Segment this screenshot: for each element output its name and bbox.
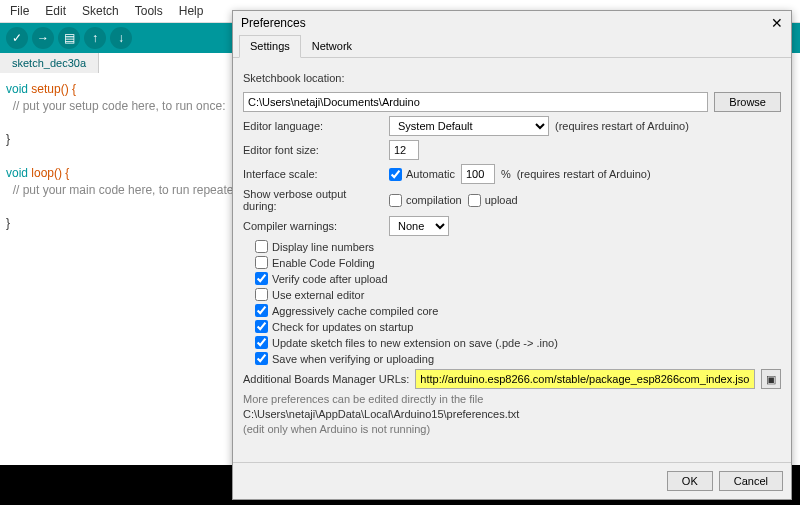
boards-url-input[interactable]	[415, 369, 755, 389]
save-button[interactable]: ↓	[110, 27, 132, 49]
boards-url-expand-icon[interactable]: ▣	[761, 369, 781, 389]
save-verify-checkbox[interactable]	[255, 352, 268, 365]
scale-auto-label: Automatic	[406, 168, 455, 180]
cache-core-label: Aggressively cache compiled core	[272, 305, 438, 317]
scale-pct: %	[501, 168, 511, 180]
cache-core-checkbox[interactable]	[255, 304, 268, 317]
language-select[interactable]: System Default	[389, 116, 549, 136]
font-size-input[interactable]	[389, 140, 419, 160]
code-text: // put your main code here, to run repea…	[6, 183, 240, 197]
edit-note: (edit only when Arduino is not running)	[243, 423, 781, 435]
close-icon[interactable]: ✕	[771, 15, 783, 31]
menu-tools[interactable]: Tools	[129, 2, 169, 20]
sketchbook-label: Sketchbook location:	[243, 72, 345, 84]
preferences-dialog: Preferences ✕ Settings Network Sketchboo…	[232, 10, 792, 500]
code-text: // put your setup code here, to run once…	[6, 99, 225, 113]
code-text: void	[6, 82, 28, 96]
line-numbers-label: Display line numbers	[272, 241, 374, 253]
code-folding-checkbox[interactable]	[255, 256, 268, 269]
font-size-label: Editor font size:	[243, 144, 383, 156]
line-numbers-checkbox[interactable]	[255, 240, 268, 253]
new-button[interactable]: ▤	[58, 27, 80, 49]
cancel-button[interactable]: Cancel	[719, 471, 783, 491]
verbose-upload-checkbox[interactable]	[468, 194, 481, 207]
scale-auto-checkbox[interactable]	[389, 168, 402, 181]
check-updates-checkbox[interactable]	[255, 320, 268, 333]
code-text: }	[6, 216, 10, 230]
scale-hint: (requires restart of Arduino)	[517, 168, 651, 180]
external-editor-label: Use external editor	[272, 289, 364, 301]
verify-upload-checkbox[interactable]	[255, 272, 268, 285]
browse-button[interactable]: Browse	[714, 92, 781, 112]
menu-sketch[interactable]: Sketch	[76, 2, 125, 20]
sketchbook-input[interactable]	[243, 92, 708, 112]
menu-help[interactable]: Help	[173, 2, 210, 20]
menu-file[interactable]: File	[4, 2, 35, 20]
tab-network[interactable]: Network	[301, 35, 363, 57]
code-folding-label: Enable Code Folding	[272, 257, 375, 269]
verify-button[interactable]: ✓	[6, 27, 28, 49]
verbose-label: Show verbose output during:	[243, 188, 383, 212]
save-verify-label: Save when verifying or uploading	[272, 353, 434, 365]
menu-edit[interactable]: Edit	[39, 2, 72, 20]
open-button[interactable]: ↑	[84, 27, 106, 49]
update-ext-label: Update sketch files to new extension on …	[272, 337, 558, 349]
code-text: }	[6, 132, 10, 146]
more-prefs-hint: More preferences can be edited directly …	[243, 393, 781, 405]
upload-button[interactable]: →	[32, 27, 54, 49]
verbose-compile-checkbox[interactable]	[389, 194, 402, 207]
sketch-tab[interactable]: sketch_dec30a	[0, 53, 99, 73]
verbose-upload-label: upload	[485, 194, 518, 206]
language-hint: (requires restart of Arduino)	[555, 120, 689, 132]
warnings-label: Compiler warnings:	[243, 220, 383, 232]
external-editor-checkbox[interactable]	[255, 288, 268, 301]
tab-settings[interactable]: Settings	[239, 35, 301, 58]
boards-url-label: Additional Boards Manager URLs:	[243, 373, 409, 385]
verify-upload-label: Verify code after upload	[272, 273, 388, 285]
settings-pane: Sketchbook location: Browse Editor langu…	[233, 58, 791, 462]
prefs-path[interactable]: C:\Users\netaji\AppData\Local\Arduino15\…	[243, 408, 781, 420]
dialog-title: Preferences	[241, 16, 306, 30]
warnings-select[interactable]: None	[389, 216, 449, 236]
verbose-compile-label: compilation	[406, 194, 462, 206]
code-text: setup() {	[28, 82, 76, 96]
ok-button[interactable]: OK	[667, 471, 713, 491]
code-text: void	[6, 166, 28, 180]
scale-input[interactable]	[461, 164, 495, 184]
update-ext-checkbox[interactable]	[255, 336, 268, 349]
check-updates-label: Check for updates on startup	[272, 321, 413, 333]
language-label: Editor language:	[243, 120, 383, 132]
code-text: loop() {	[28, 166, 69, 180]
scale-label: Interface scale:	[243, 168, 383, 180]
